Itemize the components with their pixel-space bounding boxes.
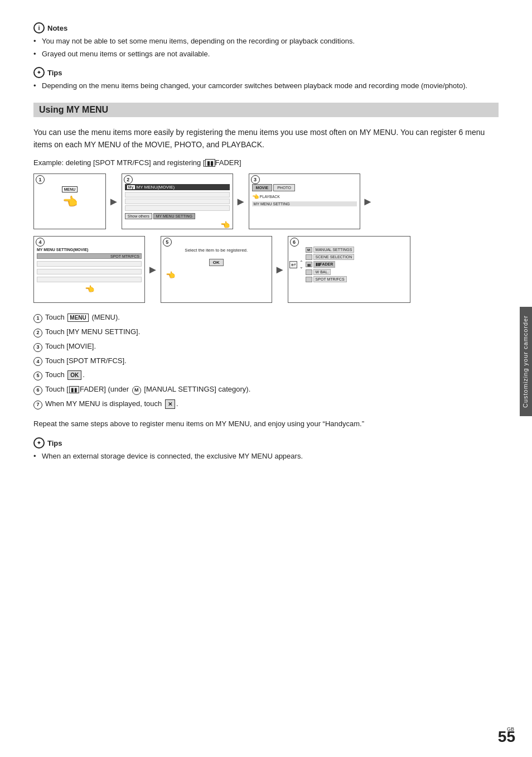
step4-inner: MY MENU SETTING(MOVIE) SPOT MTR/FCS 👈 xyxy=(34,237,144,296)
step2-num: 2 xyxy=(124,175,133,184)
step3-inner: MOVIE PHOTO 👈 PLAYBACK MY MENU SETTING xyxy=(249,174,360,209)
step6-item-fader: ▮▮ ▮▮FADER xyxy=(306,261,409,268)
page-num: 55 xyxy=(498,728,515,746)
step2-title-bar: My MY MENU(MOVIE) xyxy=(125,184,230,190)
step6-scene-icon xyxy=(306,254,312,260)
arrow-4-5: ► xyxy=(145,263,161,276)
step-item-5: 5 Touch OK. xyxy=(33,369,499,380)
step1-box: 1 MENU 👈 xyxy=(33,173,106,229)
step3-play-icon: 👈 xyxy=(252,194,259,200)
step6-fader-label: ▮▮FADER xyxy=(313,261,336,268)
step2-text: Touch [MY MENU SETTING]. xyxy=(45,326,140,337)
section-title: Using MY MENU xyxy=(39,105,108,114)
step2-item-1 xyxy=(125,192,230,197)
step3-tab-photo[interactable]: PHOTO xyxy=(273,184,295,191)
step4-box: 4 MY MENU SETTING(MOVIE) SPOT MTR/FCS 👈 xyxy=(33,236,145,303)
step4-text: Touch [SPOT MTR/FCS]. xyxy=(45,355,127,367)
step2-item-2 xyxy=(125,199,230,204)
step1-text: Touch MENU (MENU). xyxy=(45,312,120,323)
step6-text: Touch [▮▮FADER] (under M [MANUAL SETTING… xyxy=(45,384,250,395)
fader-icon-inline: ▮▮ xyxy=(205,159,215,167)
sidebar-tab: Customizing your camcorder xyxy=(520,307,532,416)
step6-chevrons[interactable]: ⌃ ⌄ xyxy=(299,261,303,269)
tips2-list: When an external storage device is conne… xyxy=(33,451,499,462)
step6-item-manual: M MANUAL SETTINGS xyxy=(306,247,409,253)
step5-hand: 👈 xyxy=(166,271,175,279)
step4-highlighted-label: SPOT MTR/FCS xyxy=(110,254,139,258)
tips1-item-1: Depending on the menu items being change… xyxy=(33,80,499,91)
step6-item-wbal: W BAL. xyxy=(306,269,409,275)
step6-spot-label: SPOT MTR/FCS xyxy=(313,276,347,282)
step6-num: 6 xyxy=(290,238,299,247)
step6-item-scene: SCENE SELECTION xyxy=(306,254,409,260)
step6-inner: ↩ ⌃ ⌄ M MANUAL SETTINGS SCENE SELECTION xyxy=(288,237,410,286)
step6-item-list: M MANUAL SETTINGS SCENE SELECTION ▮▮ ▮▮F… xyxy=(306,247,409,283)
step5-num: 5 xyxy=(163,238,172,247)
step5-text: Touch OK. xyxy=(45,369,85,380)
step5-ok-btn[interactable]: OK xyxy=(209,259,224,266)
step6-back-arrow: ↩ xyxy=(289,261,297,268)
tips1-section: Tips Depending on the menu items being c… xyxy=(33,67,499,91)
example-prefix: Example: deleting [SPOT MTR/FCS] and reg… xyxy=(33,158,205,167)
step6-spot-icon xyxy=(306,277,312,282)
notes-item-2: Grayed out menu items or settings are no… xyxy=(33,49,499,60)
step3-tab-movie[interactable]: MOVIE xyxy=(252,184,273,191)
step4-circle: 4 xyxy=(33,357,42,366)
step6-circle: 6 xyxy=(33,386,42,395)
notes-icon: i xyxy=(33,22,45,33)
step6-item-spot: SPOT MTR/FCS xyxy=(306,276,409,282)
m-badge-step6: M xyxy=(132,386,141,395)
step3-circle: 3 xyxy=(33,343,42,352)
step4-item-2 xyxy=(37,261,142,267)
step6-box: 6 ↩ ⌃ ⌄ M MANUAL SETTINGS SCENE S xyxy=(288,236,410,303)
notes-list: You may not be able to set some menu ite… xyxy=(33,36,499,59)
step4-item-4 xyxy=(37,277,142,282)
step3-box: 3 MOVIE PHOTO 👈 PLAYBACK MY MENU SETTING xyxy=(249,173,360,229)
arrow-1-2: ► xyxy=(106,195,122,208)
step1-circle: 1 xyxy=(33,314,42,323)
fader-icon-step6: ▮▮ xyxy=(69,386,79,393)
step2-circle: 2 xyxy=(33,329,42,337)
step3-num: 3 xyxy=(251,175,260,184)
steps-list: 1 Touch MENU (MENU). 2 Touch [MY MENU SE… xyxy=(33,312,499,409)
tips2-title: Tips xyxy=(47,439,62,447)
step6-fader-icon: ▮▮ xyxy=(306,262,312,267)
main-text: You can use the menu items more easily b… xyxy=(33,126,499,151)
step3-tabs: MOVIE PHOTO xyxy=(252,184,357,191)
step-item-4: 4 Touch [SPOT MTR/FCS]. xyxy=(33,355,499,367)
step-item-7: 7 When MY MENU is displayed, touch ✕. xyxy=(33,398,499,409)
step2-my-menu-setting[interactable]: MY MENU SETTING xyxy=(153,213,195,219)
step3-playback-label: PLAYBACK xyxy=(260,195,280,199)
menu-tag-1: MENU xyxy=(67,314,88,322)
step3-playback-row: 👈 PLAYBACK xyxy=(252,194,357,200)
step6-wbal-icon xyxy=(306,269,312,275)
x-tag: ✕ xyxy=(165,399,175,409)
section-title-box: Using MY MENU xyxy=(33,103,499,117)
tips1-icon xyxy=(33,67,45,78)
step2-item-3 xyxy=(125,205,230,211)
notes-section: i Notes You may not be able to set some … xyxy=(33,22,499,59)
tips2-section: Tips When an external storage device is … xyxy=(33,437,499,462)
step-item-6: 6 Touch [▮▮FADER] (under M [MANUAL SETTI… xyxy=(33,384,499,395)
step1-hand-icon: 👈 xyxy=(62,195,78,209)
ok-tag: OK xyxy=(67,370,81,380)
notes-header: i Notes xyxy=(33,22,499,33)
step2-box: 2 My MY MENU(MOVIE) Show others MY MENU … xyxy=(122,173,233,229)
tips1-list: Depending on the menu items being change… xyxy=(33,80,499,91)
step6-scene-label: SCENE SELECTION xyxy=(313,254,355,260)
notes-item-1: You may not be able to set some menu ite… xyxy=(33,36,499,47)
step2-buttons: Show others MY MENU SETTING xyxy=(125,213,230,219)
step2-menu-title: MY MENU(MOVIE) xyxy=(137,185,175,190)
example-suffix: FADER] xyxy=(215,158,241,167)
arrow-2-3: ► xyxy=(233,195,249,208)
tips1-title: Tips xyxy=(47,69,62,77)
step2-hand: 👈 xyxy=(220,220,230,229)
step4-title: MY MENU SETTING(MOVIE) xyxy=(37,248,142,252)
step6-wbal-label: W BAL. xyxy=(313,269,331,275)
step2-show-others[interactable]: Show others xyxy=(125,213,152,219)
arrow-5-6: ► xyxy=(272,263,288,276)
step5-box: 5 Select the item to be registered. OK 👈 xyxy=(161,236,272,303)
tips1-header: Tips xyxy=(33,67,499,78)
step5-msg: Select the item to be registered. xyxy=(166,248,267,253)
step4-item-3 xyxy=(37,269,142,274)
